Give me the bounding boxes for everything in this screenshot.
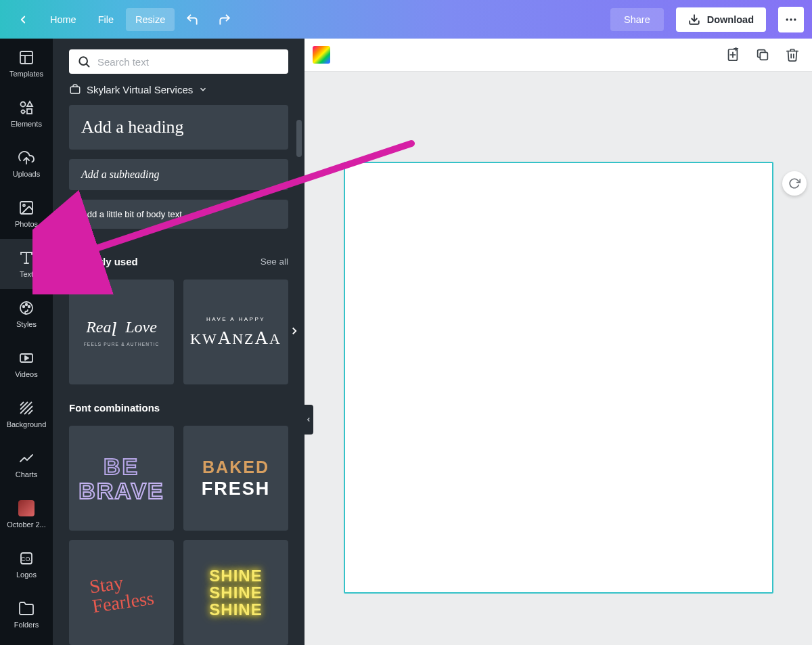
section-title: Recently used xyxy=(69,256,138,267)
svg-point-18 xyxy=(28,306,30,308)
brand-account-dropdown[interactable]: Skylark Virtual Services xyxy=(69,83,288,95)
svg-rect-4 xyxy=(20,51,32,64)
add-page-icon[interactable] xyxy=(725,47,740,62)
sidebar-item-styles[interactable]: Styles xyxy=(0,289,53,339)
canvas-viewport[interactable] xyxy=(304,71,812,645)
sidebar-label: Videos xyxy=(15,370,37,378)
svg-rect-36 xyxy=(760,52,767,60)
back-button[interactable] xyxy=(8,7,38,32)
search-icon xyxy=(77,55,91,68)
top-left-group: Home File Resize xyxy=(8,7,240,32)
combo-line2: BRAVE xyxy=(78,479,164,502)
download-label: Download xyxy=(707,14,754,25)
resize-button[interactable]: Resize xyxy=(126,8,175,31)
font-combo-shine[interactable]: SHINESHINESHINE xyxy=(183,540,288,645)
template-line2: KWANZAA xyxy=(190,328,281,349)
add-heading-button[interactable]: Add a heading xyxy=(69,105,288,150)
font-combo-baked-fresh[interactable]: BAKED FRESH xyxy=(183,426,288,531)
more-button[interactable] xyxy=(778,7,804,32)
sidebar-item-uploads[interactable]: Uploads xyxy=(0,139,53,189)
sidebar-item-logos[interactable]: CO. Logos xyxy=(0,539,53,590)
redo-button[interactable] xyxy=(210,7,240,32)
next-templates-button[interactable] xyxy=(288,325,300,340)
undo-button[interactable] xyxy=(177,7,207,32)
chevron-left-icon xyxy=(305,416,312,423)
sidebar-label: Uploads xyxy=(13,170,40,178)
collapse-panel-button[interactable] xyxy=(304,405,313,435)
sidebar-item-background[interactable]: Background xyxy=(0,389,53,439)
svg-point-1 xyxy=(786,18,788,20)
sidebar-label: Templates xyxy=(9,70,43,78)
sidebar-item-videos[interactable]: Videos xyxy=(0,339,53,389)
sidebar-item-folders[interactable]: Folders xyxy=(0,590,53,640)
svg-text:CO.: CO. xyxy=(21,556,32,562)
svg-marker-8 xyxy=(27,102,32,106)
sidebar-item-elements[interactable]: Elements xyxy=(0,89,53,139)
sidebar-label: Styles xyxy=(16,320,37,328)
file-button[interactable]: File xyxy=(89,8,123,31)
svg-point-16 xyxy=(23,306,25,308)
search-field-wrap[interactable] xyxy=(69,49,288,74)
sidebar-item-templates[interactable]: Templates xyxy=(0,39,53,89)
add-body-text-button[interactable]: Add a little bit of body text xyxy=(69,200,288,229)
font-combo-be-brave[interactable]: BE BRAVE xyxy=(69,426,174,531)
templates-icon xyxy=(18,49,35,66)
chevron-right-icon xyxy=(288,325,300,337)
font-combinations-header: Font combinations xyxy=(69,402,288,414)
svg-point-7 xyxy=(21,102,26,107)
sidebar-label: Photos xyxy=(15,220,38,228)
text-panel: Skylark Virtual Services Add a heading A… xyxy=(53,39,304,645)
canvas-toolbar xyxy=(304,39,812,71)
charts-icon xyxy=(18,450,35,466)
svg-line-24 xyxy=(24,406,32,414)
svg-point-12 xyxy=(23,204,25,206)
more-horizontal-icon xyxy=(784,13,798,26)
svg-rect-30 xyxy=(70,87,80,93)
combo-text: StayFearless xyxy=(88,569,155,617)
canvas-reload-button[interactable] xyxy=(782,171,807,196)
logos-icon: CO. xyxy=(18,550,35,566)
share-button[interactable]: Share xyxy=(610,8,664,31)
delete-page-icon[interactable] xyxy=(785,47,800,62)
redo-icon xyxy=(218,13,231,26)
template-line2: FEELS PURE & AUTHENTIC xyxy=(84,342,160,347)
sidebar-label: October 2... xyxy=(7,520,45,529)
text-template-real-love[interactable]: Real Love FEELS PURE & AUTHENTIC xyxy=(69,280,174,384)
see-all-link[interactable]: See all xyxy=(261,257,288,267)
recently-used-header: Recently used See all xyxy=(69,256,288,267)
combo-line2: FRESH xyxy=(202,479,271,499)
sidebar-item-text[interactable]: Text xyxy=(0,239,53,289)
template-line1: Real Love xyxy=(86,318,157,336)
combo-line1: BE xyxy=(104,455,139,478)
videos-icon xyxy=(18,350,35,366)
sidebar-label: Folders xyxy=(14,621,39,629)
undo-icon xyxy=(185,13,199,26)
sidebar-item-october[interactable]: October 2... xyxy=(0,489,53,539)
reload-icon xyxy=(788,177,800,190)
panel-scrollbar[interactable] xyxy=(296,120,302,157)
font-combinations-row-2: StayFearless SHINESHINESHINE xyxy=(69,540,288,645)
svg-rect-9 xyxy=(27,109,32,114)
text-template-kwanzaa[interactable]: HAVE A HAPPY KWANZAA xyxy=(183,280,288,384)
add-subheading-button[interactable]: Add a subheading xyxy=(69,159,288,190)
combo-line1: BAKED xyxy=(202,458,269,477)
download-button[interactable]: Download xyxy=(676,7,766,32)
svg-line-22 xyxy=(20,402,28,409)
background-color-picker[interactable] xyxy=(313,46,330,64)
elements-icon xyxy=(18,99,35,116)
download-icon xyxy=(688,14,700,26)
svg-marker-20 xyxy=(25,356,28,360)
combo-text: SHINESHINESHINE xyxy=(209,567,262,619)
canvas-toolbar-right xyxy=(725,47,800,62)
search-input[interactable] xyxy=(97,56,280,68)
home-button[interactable]: Home xyxy=(41,8,86,31)
font-combinations-row-1: BE BRAVE BAKED FRESH xyxy=(69,426,288,531)
sidebar-item-charts[interactable]: Charts xyxy=(0,439,53,489)
styles-icon xyxy=(18,300,35,316)
photos-icon xyxy=(18,200,35,216)
design-canvas[interactable] xyxy=(344,162,773,594)
chevron-left-icon xyxy=(17,14,29,26)
sidebar-item-photos[interactable]: Photos xyxy=(0,189,53,239)
duplicate-page-icon[interactable] xyxy=(755,47,770,62)
font-combo-stay-fearless[interactable]: StayFearless xyxy=(69,540,174,645)
